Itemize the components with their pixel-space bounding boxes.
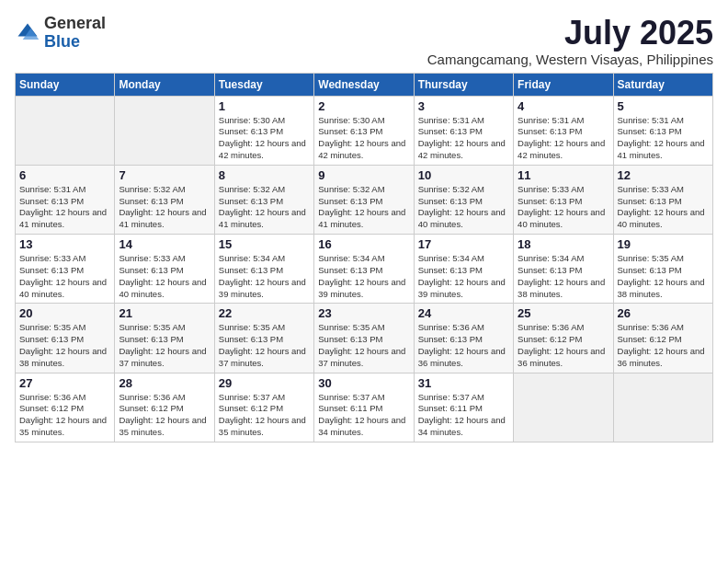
calendar-cell: 12Sunrise: 5:33 AMSunset: 6:13 PMDayligh… (613, 165, 712, 234)
day-info: Sunrise: 5:35 AMSunset: 6:13 PMDaylight:… (219, 322, 310, 369)
day-number: 9 (318, 168, 409, 182)
day-number: 7 (119, 168, 210, 182)
day-number: 2 (318, 99, 409, 113)
calendar-cell: 11Sunrise: 5:33 AMSunset: 6:13 PMDayligh… (514, 165, 613, 234)
day-info: Sunrise: 5:35 AMSunset: 6:13 PMDaylight:… (119, 322, 210, 369)
col-header-wednesday: Wednesday (314, 73, 414, 96)
page-header: General Blue July 2025 Camangcamang, Wes… (15, 15, 713, 67)
day-info: Sunrise: 5:37 AMSunset: 6:11 PMDaylight:… (318, 392, 409, 439)
col-header-thursday: Thursday (414, 73, 513, 96)
day-info: Sunrise: 5:37 AMSunset: 6:11 PMDaylight:… (418, 392, 509, 439)
day-number: 8 (219, 168, 310, 182)
col-header-sunday: Sunday (16, 73, 115, 96)
week-row-1: 1Sunrise: 5:30 AMSunset: 6:13 PMDaylight… (16, 96, 713, 165)
day-number: 17 (418, 237, 509, 251)
day-info: Sunrise: 5:34 AMSunset: 6:13 PMDaylight:… (418, 253, 509, 300)
day-number: 6 (19, 168, 110, 182)
calendar-cell: 1Sunrise: 5:30 AMSunset: 6:13 PMDaylight… (214, 96, 313, 165)
day-number: 15 (219, 237, 310, 251)
day-number: 5 (618, 99, 709, 113)
calendar-table: SundayMondayTuesdayWednesdayThursdayFrid… (15, 73, 713, 442)
logo-blue: Blue (44, 33, 106, 52)
calendar-cell: 13Sunrise: 5:33 AMSunset: 6:13 PMDayligh… (16, 235, 115, 304)
calendar-cell: 14Sunrise: 5:33 AMSunset: 6:13 PMDayligh… (115, 235, 214, 304)
day-number: 13 (19, 237, 110, 251)
day-info: Sunrise: 5:33 AMSunset: 6:13 PMDaylight:… (119, 253, 210, 300)
calendar-cell: 26Sunrise: 5:36 AMSunset: 6:12 PMDayligh… (613, 304, 712, 373)
col-header-saturday: Saturday (613, 73, 712, 96)
day-info: Sunrise: 5:31 AMSunset: 6:13 PMDaylight:… (618, 115, 709, 162)
calendar-cell: 23Sunrise: 5:35 AMSunset: 6:13 PMDayligh… (314, 304, 414, 373)
day-info: Sunrise: 5:32 AMSunset: 6:13 PMDaylight:… (318, 184, 409, 231)
calendar-cell: 6Sunrise: 5:31 AMSunset: 6:13 PMDaylight… (16, 165, 115, 234)
day-info: Sunrise: 5:36 AMSunset: 6:13 PMDaylight:… (418, 322, 509, 369)
day-info: Sunrise: 5:32 AMSunset: 6:13 PMDaylight:… (119, 184, 210, 231)
col-header-friday: Friday (514, 73, 613, 96)
day-number: 11 (518, 168, 609, 182)
day-number: 21 (119, 306, 210, 320)
calendar-cell: 24Sunrise: 5:36 AMSunset: 6:13 PMDayligh… (414, 304, 513, 373)
calendar-cell: 31Sunrise: 5:37 AMSunset: 6:11 PMDayligh… (414, 373, 513, 442)
calendar-cell: 3Sunrise: 5:31 AMSunset: 6:13 PMDaylight… (414, 96, 513, 165)
location-title: Camangcamang, Western Visayas, Philippin… (427, 52, 713, 67)
day-number: 29 (219, 376, 310, 390)
day-info: Sunrise: 5:33 AMSunset: 6:13 PMDaylight:… (518, 184, 609, 231)
day-info: Sunrise: 5:33 AMSunset: 6:13 PMDaylight:… (618, 184, 709, 231)
col-header-tuesday: Tuesday (214, 73, 313, 96)
day-info: Sunrise: 5:35 AMSunset: 6:13 PMDaylight:… (318, 322, 409, 369)
calendar-cell: 17Sunrise: 5:34 AMSunset: 6:13 PMDayligh… (414, 235, 513, 304)
day-number: 19 (618, 237, 709, 251)
calendar-cell (115, 96, 214, 165)
calendar-cell: 29Sunrise: 5:37 AMSunset: 6:12 PMDayligh… (214, 373, 313, 442)
calendar-cell: 8Sunrise: 5:32 AMSunset: 6:13 PMDaylight… (214, 165, 313, 234)
calendar-cell: 18Sunrise: 5:34 AMSunset: 6:13 PMDayligh… (514, 235, 613, 304)
day-info: Sunrise: 5:31 AMSunset: 6:13 PMDaylight:… (418, 115, 509, 162)
week-row-5: 27Sunrise: 5:36 AMSunset: 6:12 PMDayligh… (16, 373, 713, 442)
day-info: Sunrise: 5:35 AMSunset: 6:13 PMDaylight:… (618, 253, 709, 300)
day-info: Sunrise: 5:30 AMSunset: 6:13 PMDaylight:… (318, 115, 409, 162)
calendar-cell: 16Sunrise: 5:34 AMSunset: 6:13 PMDayligh… (314, 235, 414, 304)
day-number: 31 (418, 376, 509, 390)
day-info: Sunrise: 5:35 AMSunset: 6:13 PMDaylight:… (19, 322, 110, 369)
logo: General Blue (15, 15, 106, 52)
calendar-cell (16, 96, 115, 165)
week-row-2: 6Sunrise: 5:31 AMSunset: 6:13 PMDaylight… (16, 165, 713, 234)
title-area: July 2025 Camangcamang, Western Visayas,… (427, 15, 713, 67)
day-info: Sunrise: 5:34 AMSunset: 6:13 PMDaylight:… (318, 253, 409, 300)
day-number: 3 (418, 99, 509, 113)
day-info: Sunrise: 5:32 AMSunset: 6:13 PMDaylight:… (219, 184, 310, 231)
calendar-cell: 10Sunrise: 5:32 AMSunset: 6:13 PMDayligh… (414, 165, 513, 234)
logo-general: General (44, 15, 106, 33)
calendar-cell: 19Sunrise: 5:35 AMSunset: 6:13 PMDayligh… (613, 235, 712, 304)
week-row-3: 13Sunrise: 5:33 AMSunset: 6:13 PMDayligh… (16, 235, 713, 304)
header-row: SundayMondayTuesdayWednesdayThursdayFrid… (16, 73, 713, 96)
day-info: Sunrise: 5:34 AMSunset: 6:13 PMDaylight:… (518, 253, 609, 300)
day-number: 24 (418, 306, 509, 320)
day-number: 22 (219, 306, 310, 320)
logo-icon (15, 20, 40, 46)
day-info: Sunrise: 5:31 AMSunset: 6:13 PMDaylight:… (518, 115, 609, 162)
calendar-cell: 25Sunrise: 5:36 AMSunset: 6:12 PMDayligh… (514, 304, 613, 373)
calendar-cell: 30Sunrise: 5:37 AMSunset: 6:11 PMDayligh… (314, 373, 414, 442)
calendar-cell: 9Sunrise: 5:32 AMSunset: 6:13 PMDaylight… (314, 165, 414, 234)
day-info: Sunrise: 5:32 AMSunset: 6:13 PMDaylight:… (418, 184, 509, 231)
day-number: 27 (19, 376, 110, 390)
day-number: 23 (318, 306, 409, 320)
calendar-cell: 21Sunrise: 5:35 AMSunset: 6:13 PMDayligh… (115, 304, 214, 373)
day-info: Sunrise: 5:31 AMSunset: 6:13 PMDaylight:… (19, 184, 110, 231)
calendar-cell: 28Sunrise: 5:36 AMSunset: 6:12 PMDayligh… (115, 373, 214, 442)
day-info: Sunrise: 5:36 AMSunset: 6:12 PMDaylight:… (618, 322, 709, 369)
day-number: 18 (518, 237, 609, 251)
week-row-4: 20Sunrise: 5:35 AMSunset: 6:13 PMDayligh… (16, 304, 713, 373)
day-info: Sunrise: 5:30 AMSunset: 6:13 PMDaylight:… (219, 115, 310, 162)
calendar-cell: 2Sunrise: 5:30 AMSunset: 6:13 PMDaylight… (314, 96, 414, 165)
calendar-cell (514, 373, 613, 442)
col-header-monday: Monday (115, 73, 214, 96)
day-number: 12 (618, 168, 709, 182)
calendar-cell (613, 373, 712, 442)
day-number: 30 (318, 376, 409, 390)
day-info: Sunrise: 5:36 AMSunset: 6:12 PMDaylight:… (19, 392, 110, 439)
day-info: Sunrise: 5:36 AMSunset: 6:12 PMDaylight:… (119, 392, 210, 439)
day-number: 26 (618, 306, 709, 320)
day-number: 28 (119, 376, 210, 390)
